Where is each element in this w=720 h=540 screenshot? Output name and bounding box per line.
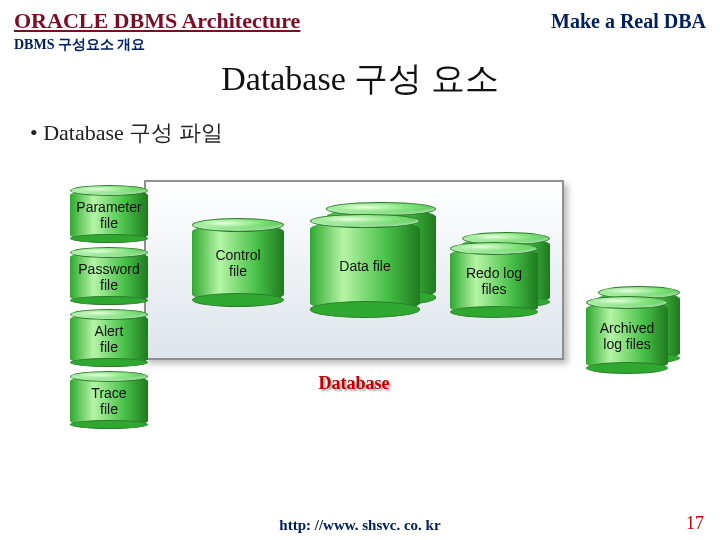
cylinder-redo-log-label: Redo logfiles (466, 265, 522, 297)
cylinder-parameter-file-label: Parameterfile (76, 199, 141, 231)
cylinder-data-file-label: Data file (339, 258, 390, 274)
header-title-left: ORACLE DBMS Architecture (14, 8, 300, 34)
cylinder-trace-file-label: Tracefile (91, 385, 126, 417)
header-title-right: Make a Real DBA (551, 10, 706, 33)
cylinder-control-file: Controlfile (192, 224, 284, 302)
slide-title: Database 구성 요소 (0, 56, 720, 102)
slide-header: ORACLE DBMS Architecture Make a Real DBA (0, 0, 720, 34)
database-container-label: Database (146, 373, 562, 394)
diagram-stage: Database Parameterfile Passwordfile Aler… (0, 148, 720, 478)
header-subtitle: DBMS 구성요소 개요 (0, 34, 720, 54)
cylinder-control-file-label: Controlfile (215, 247, 260, 279)
cylinder-password-file-label: Passwordfile (78, 261, 139, 293)
bullet-item: • Database 구성 파일 (0, 102, 720, 148)
cylinder-alert-file: Alertfile (70, 314, 148, 364)
cylinder-data-file: Data file (310, 220, 420, 312)
cylinder-alert-file-label: Alertfile (95, 323, 124, 355)
cylinder-redo-log: Redo logfiles (450, 248, 538, 314)
cylinder-trace-file: Tracefile (70, 376, 148, 426)
cylinder-archived-log: Archivedlog files (586, 302, 668, 370)
cylinder-parameter-file: Parameterfile (70, 190, 148, 240)
cylinder-archived-log-label: Archivedlog files (600, 320, 654, 352)
cylinder-password-file: Passwordfile (70, 252, 148, 302)
footer-url: http: //www. shsvc. co. kr (279, 517, 440, 534)
footer: http: //www. shsvc. co. kr (0, 517, 720, 534)
page-number: 17 (686, 513, 704, 534)
